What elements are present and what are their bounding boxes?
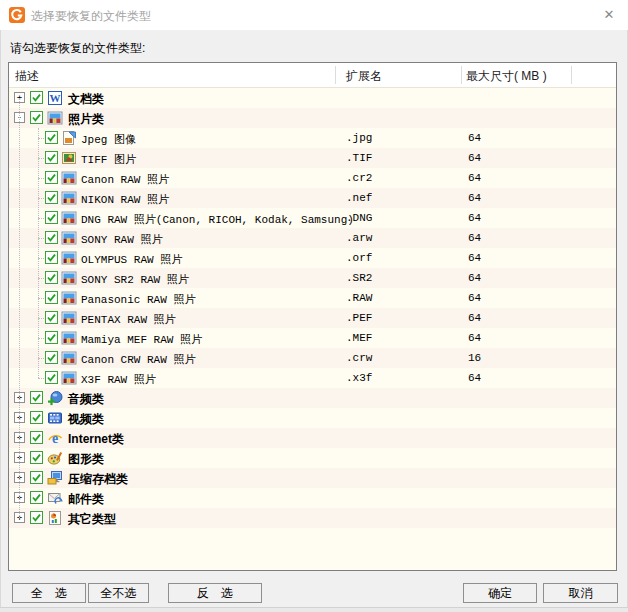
- tree-rows: +W文档类-照片类Jpeg 图像.jpg64TIFF 图片.TIF64Canon…: [9, 88, 616, 570]
- checkbox-checked[interactable]: [45, 271, 58, 284]
- checkbox-checked[interactable]: [45, 311, 58, 324]
- category-label[interactable]: Internet类: [68, 431, 124, 448]
- file-type-row[interactable]: Panasonic RAW 照片.RAW64: [9, 288, 616, 308]
- invert-selection-button[interactable]: 反 选: [168, 583, 262, 603]
- category-row[interactable]: -照片类: [9, 108, 616, 128]
- checkbox-checked[interactable]: [30, 431, 43, 444]
- category-label[interactable]: 文档类: [68, 91, 104, 108]
- checkbox-checked[interactable]: [45, 231, 58, 244]
- checkbox-checked[interactable]: [45, 171, 58, 184]
- checkbox-checked[interactable]: [45, 151, 58, 164]
- max-size-value: 64: [468, 272, 481, 284]
- file-type-row[interactable]: Canon RAW 照片.cr264: [9, 168, 616, 188]
- category-row[interactable]: +W文档类: [9, 88, 616, 108]
- file-type-label[interactable]: X3F RAW 照片: [81, 372, 156, 387]
- max-size-value: 64: [468, 312, 481, 324]
- svg-text:e: e: [52, 431, 58, 446]
- file-type-row[interactable]: Mamiya MEF RAW 照片.MEF64: [9, 328, 616, 348]
- file-type-row[interactable]: DNG RAW 照片(Canon, RICOH, Kodak, Samsung)…: [9, 208, 616, 228]
- archive-icon: [47, 470, 63, 486]
- svg-text:W: W: [50, 92, 61, 104]
- file-type-label[interactable]: DNG RAW 照片(Canon, RICOH, Kodak, Samsung): [81, 212, 354, 227]
- checkbox-checked[interactable]: [45, 371, 58, 384]
- category-label[interactable]: 图形类: [68, 451, 104, 468]
- column-header-maxsize[interactable]: 最大尺寸( MB ): [466, 68, 547, 85]
- raw-icon: [61, 270, 77, 286]
- raw-icon: [61, 230, 77, 246]
- file-type-label[interactable]: NIKON RAW 照片: [81, 192, 169, 207]
- extension-value: .x3f: [346, 372, 372, 384]
- file-type-row[interactable]: PENTAX RAW 照片.PEF64: [9, 308, 616, 328]
- checkbox-checked[interactable]: [30, 411, 43, 424]
- file-type-label[interactable]: OLYMPUS RAW 照片: [81, 252, 182, 267]
- raw-icon: [61, 370, 77, 386]
- file-type-label[interactable]: Jpeg 图像: [81, 132, 136, 147]
- max-size-value: 64: [468, 192, 481, 204]
- raw-icon: [61, 310, 77, 326]
- checkbox-checked[interactable]: [30, 391, 43, 404]
- category-row[interactable]: +压缩存档类: [9, 468, 616, 488]
- checkbox-checked[interactable]: [30, 451, 43, 464]
- select-none-button[interactable]: 全不选: [88, 583, 149, 603]
- checkbox-checked[interactable]: [45, 211, 58, 224]
- file-type-row[interactable]: OLYMPUS RAW 照片.orf64: [9, 248, 616, 268]
- file-type-row[interactable]: NIKON RAW 照片.nef64: [9, 188, 616, 208]
- checkbox-checked[interactable]: [30, 491, 43, 504]
- category-label[interactable]: 其它类型: [68, 511, 116, 528]
- file-type-label[interactable]: TIFF 图片: [81, 152, 136, 167]
- checkbox-checked[interactable]: [45, 251, 58, 264]
- checkbox-checked[interactable]: [30, 111, 43, 124]
- file-type-label[interactable]: SONY SR2 RAW 照片: [81, 272, 189, 287]
- max-size-value: 64: [468, 132, 481, 144]
- column-divider: [461, 66, 462, 84]
- raw-icon: [61, 210, 77, 226]
- max-size-value: 64: [468, 232, 481, 244]
- file-type-row[interactable]: Canon CRW RAW 照片.crw16: [9, 348, 616, 368]
- column-header-description[interactable]: 描述: [15, 68, 39, 85]
- cancel-button[interactable]: 取消: [543, 583, 618, 603]
- checkbox-checked[interactable]: [45, 291, 58, 304]
- extension-value: .RAW: [346, 292, 372, 304]
- file-type-row[interactable]: X3F RAW 照片.x3f64: [9, 368, 616, 388]
- checkbox-checked[interactable]: [45, 191, 58, 204]
- file-type-label[interactable]: Canon CRW RAW 照片: [81, 352, 195, 367]
- category-row[interactable]: +其它类型: [9, 508, 616, 528]
- category-label[interactable]: 视频类: [68, 411, 104, 428]
- file-type-label[interactable]: SONY RAW 照片: [81, 232, 162, 247]
- category-row[interactable]: +音频类: [9, 388, 616, 408]
- ok-button[interactable]: 确定: [463, 583, 537, 603]
- category-row[interactable]: +视频类: [9, 408, 616, 428]
- file-type-label[interactable]: PENTAX RAW 照片: [81, 312, 176, 327]
- column-header-extension[interactable]: 扩展名: [346, 68, 382, 85]
- file-type-row[interactable]: TIFF 图片.TIF64: [9, 148, 616, 168]
- file-type-row[interactable]: Jpeg 图像.jpg64: [9, 128, 616, 148]
- audio-icon: [47, 390, 63, 406]
- checkbox-checked[interactable]: [45, 131, 58, 144]
- checkbox-checked[interactable]: [45, 351, 58, 364]
- checkbox-checked[interactable]: [30, 471, 43, 484]
- file-type-row[interactable]: SONY RAW 照片.arw64: [9, 228, 616, 248]
- checkbox-checked[interactable]: [30, 511, 43, 524]
- max-size-value: 64: [468, 372, 481, 384]
- file-type-label[interactable]: Mamiya MEF RAW 照片: [81, 332, 202, 347]
- category-label[interactable]: 照片类: [68, 111, 104, 128]
- category-row[interactable]: +邮件类: [9, 488, 616, 508]
- category-label[interactable]: 音频类: [68, 391, 104, 408]
- file-type-label[interactable]: Canon RAW 照片: [81, 172, 169, 187]
- category-row[interactable]: +图形类: [9, 448, 616, 468]
- category-row[interactable]: +eInternet类: [9, 428, 616, 448]
- category-label[interactable]: 邮件类: [68, 491, 104, 508]
- checkbox-checked[interactable]: [45, 331, 58, 344]
- window-bottom-edge: [0, 607, 628, 612]
- tree-branch-line: [38, 378, 44, 379]
- file-type-row[interactable]: SONY SR2 RAW 照片.SR264: [9, 268, 616, 288]
- file-type-label[interactable]: Panasonic RAW 照片: [81, 292, 195, 307]
- extension-value: .SR2: [346, 272, 372, 284]
- checkbox-checked[interactable]: [30, 91, 43, 104]
- raw-icon: [61, 250, 77, 266]
- category-label[interactable]: 压缩存档类: [68, 471, 128, 488]
- column-divider: [571, 66, 572, 84]
- extension-value: .TIF: [346, 152, 372, 164]
- select-all-button[interactable]: 全 选: [12, 583, 86, 603]
- close-icon[interactable]: ✕: [598, 4, 620, 26]
